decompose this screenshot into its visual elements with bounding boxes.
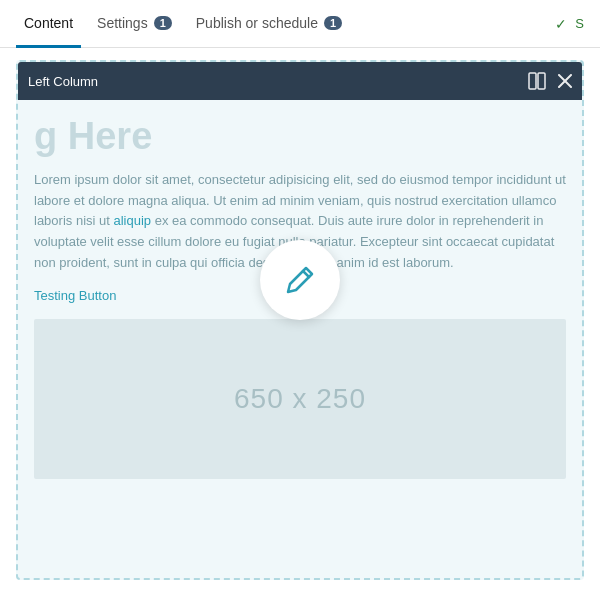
svg-rect-0 — [529, 73, 536, 89]
content-heading: g Here — [34, 116, 566, 158]
tab-bar-right: ✓ S — [555, 16, 584, 32]
tab-settings-badge: 1 — [154, 16, 172, 30]
image-placeholder: 650 x 250 — [34, 319, 566, 479]
tab-publish[interactable]: Publish or schedule 1 — [188, 1, 350, 48]
tab-content[interactable]: Content — [16, 1, 81, 48]
main-content: Left Column g Here Lorem ipsum dolor sit… — [0, 48, 600, 592]
save-label: S — [575, 16, 584, 31]
save-checkmark: ✓ — [555, 16, 567, 32]
column-label: Left Column — [28, 74, 516, 89]
tab-settings[interactable]: Settings 1 — [89, 1, 180, 48]
close-icon[interactable] — [558, 74, 572, 88]
resize-icon[interactable] — [528, 72, 546, 90]
edit-overlay-button[interactable] — [260, 240, 340, 320]
tab-publish-label: Publish or schedule — [196, 15, 318, 31]
tab-settings-label: Settings — [97, 15, 148, 31]
aliquip-link[interactable]: aliquip — [113, 213, 151, 228]
tab-bar: Content Settings 1 Publish or schedule 1… — [0, 0, 600, 48]
tab-publish-badge: 1 — [324, 16, 342, 30]
image-placeholder-text: 650 x 250 — [234, 383, 366, 415]
tab-content-label: Content — [24, 15, 73, 31]
svg-rect-1 — [538, 73, 545, 89]
column-container: Left Column g Here Lorem ipsum dolor sit… — [16, 60, 584, 580]
column-toolbar: Left Column — [18, 62, 582, 100]
testing-button-link[interactable]: Testing Button — [34, 288, 116, 303]
